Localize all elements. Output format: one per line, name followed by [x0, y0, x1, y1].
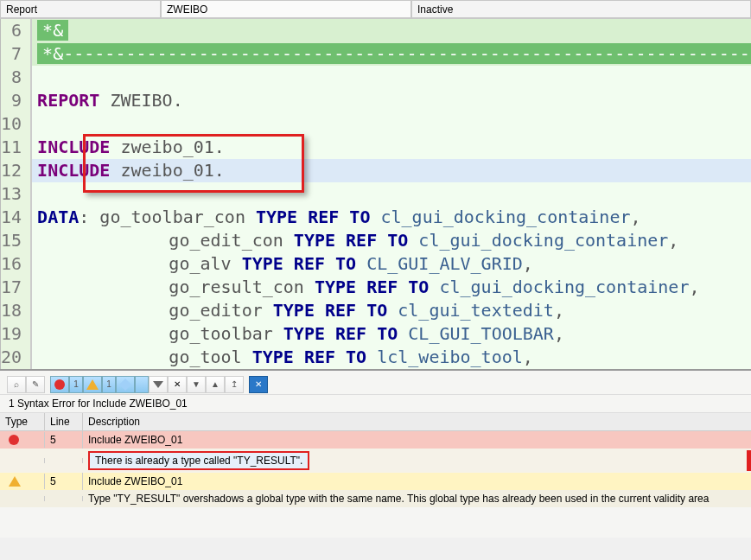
- problems-summary: 1 Syntax Error for Include ZWEIBO_01: [0, 395, 751, 413]
- info-count-spacer: [135, 376, 149, 393]
- error-group-header[interactable]: 5Include ZWEIBO_01: [0, 431, 751, 449]
- class-ref: cl_gui_docking_container: [380, 207, 630, 227]
- error-count: 1: [69, 376, 83, 393]
- line-number: 11: [1, 136, 22, 159]
- keyword-typeref: TYPE REF TO: [283, 323, 398, 344]
- line-number: 18: [1, 299, 22, 322]
- class-ref: lcl_weibo_tool: [377, 347, 523, 367]
- line-number: 15: [1, 229, 22, 252]
- keyword-data: DATA: [37, 207, 79, 227]
- keyword-typeref: TYPE REF TO: [315, 277, 429, 297]
- warn-group-desc: Include ZWEIBO_01: [83, 473, 751, 490]
- line-number: 6: [1, 19, 22, 42]
- error-icon: [54, 379, 65, 390]
- code-line[interactable]: [32, 112, 751, 136]
- next-up-button[interactable]: ▲: [206, 376, 225, 393]
- clear-filter-button[interactable]: ✕: [168, 376, 187, 393]
- line-number-gutter: 67891011121314151617181920: [1, 19, 31, 369]
- info-filter-button[interactable]: [116, 376, 135, 393]
- warn-filter-button[interactable]: [83, 376, 102, 393]
- line-number: 12: [1, 159, 22, 182]
- line-number: 7: [1, 42, 22, 66]
- keyword-typeref: TYPE REF TO: [256, 207, 370, 227]
- keyword-typeref: TYPE REF TO: [294, 230, 408, 251]
- identifier: go_editor: [169, 300, 262, 321]
- problems-toolbar: ⌕ ✎ 1 1 ✕ ▼ ▲ ↥ ✕: [0, 374, 751, 395]
- problems-panel: ⌕ ✎ 1 1 ✕ ▼ ▲ ↥ ✕ 1 Syntax Error for Inc…: [0, 369, 751, 538]
- code-line[interactable]: [32, 182, 751, 206]
- goto-button[interactable]: ↥: [225, 376, 244, 393]
- code-line[interactable]: INCLUDE zweibo_01.: [32, 136, 751, 159]
- line-number: 10: [1, 112, 22, 136]
- filter-button[interactable]: [149, 376, 168, 393]
- code-line[interactable]: go_editor TYPE REF TO cl_gui_textedit,: [32, 299, 751, 322]
- header-bar: Report ZWEIBO Inactive: [0, 0, 751, 19]
- code-line[interactable]: [32, 66, 751, 89]
- code-line[interactable]: REPORT ZWEIBO.: [32, 89, 751, 112]
- info-icon: [119, 378, 131, 390]
- code-line[interactable]: go_toolbar TYPE REF TO CL_GUI_TOOLBAR,: [32, 322, 751, 346]
- code-line[interactable]: *&--------------------------------------…: [32, 42, 751, 66]
- error-marker: [0, 432, 45, 448]
- warning-group-header[interactable]: 5Include ZWEIBO_01: [0, 473, 751, 490]
- warning-icon: [9, 476, 21, 487]
- identifier: zweibo_01: [120, 137, 213, 157]
- keyword-include: INCLUDE: [37, 137, 110, 157]
- col-desc-header[interactable]: Description: [83, 413, 751, 430]
- class-ref: CL_GUI_TOOLBAR: [408, 323, 554, 344]
- line-number: 20: [1, 346, 22, 369]
- identifier: go_toolbar: [169, 323, 272, 344]
- identifier: go_tool: [169, 347, 241, 367]
- code-editor[interactable]: 67891011121314151617181920 *&*&---------…: [0, 19, 751, 369]
- class-ref: cl_gui_docking_container: [418, 230, 668, 251]
- code-line[interactable]: go_edit_con TYPE REF TO cl_gui_docking_c…: [32, 229, 751, 252]
- object-type-label: Report: [0, 0, 161, 18]
- error-filter-button[interactable]: [50, 376, 69, 393]
- close-button[interactable]: ✕: [249, 376, 268, 393]
- keyword-include: INCLUDE: [37, 160, 110, 181]
- find-button[interactable]: ⌕: [7, 376, 26, 393]
- keyword-typeref: TYPE REF TO: [273, 300, 387, 321]
- object-name-field[interactable]: ZWEIBO: [161, 0, 411, 18]
- warning-message-row[interactable]: Type "TY_RESULT" overshadows a global ty…: [0, 490, 751, 507]
- edit-button[interactable]: ✎: [26, 376, 45, 393]
- warning-icon: [86, 379, 99, 390]
- error-message-row[interactable]: There is already a type called "TY_RESUL…: [0, 449, 751, 473]
- filter-icon: [153, 381, 163, 388]
- class-ref: cl_gui_docking_container: [439, 277, 689, 297]
- class-ref: cl_gui_textedit: [398, 300, 554, 321]
- code-line[interactable]: *&: [32, 19, 751, 42]
- col-type-header[interactable]: Type: [0, 413, 45, 430]
- line-number: 14: [1, 206, 22, 229]
- class-ref: CL_GUI_ALV_GRID: [366, 253, 523, 274]
- next-down-button[interactable]: ▼: [187, 376, 206, 393]
- comment-text: *&: [37, 20, 68, 41]
- warning-message-text: Type "TY_RESULT" overshadows a global ty…: [83, 490, 751, 507]
- error-line-no: 5: [45, 431, 83, 449]
- problems-grid-header: Type Line Description: [0, 413, 751, 431]
- identifier: go_toolbar_con: [99, 207, 245, 227]
- line-number: 9: [1, 89, 22, 112]
- line-number: 19: [1, 322, 22, 346]
- code-line[interactable]: DATA: go_toolbar_con TYPE REF TO cl_gui_…: [32, 206, 751, 229]
- col-line-header[interactable]: Line: [45, 413, 83, 430]
- line-number: 17: [1, 276, 22, 299]
- error-group-desc: Include ZWEIBO_01: [83, 431, 751, 449]
- code-body[interactable]: *&*&------------------------------------…: [32, 19, 751, 369]
- warn-marker: [0, 474, 45, 489]
- error-message-text: There is already a type called "TY_RESUL…: [88, 451, 309, 470]
- identifier: ZWEIBO: [110, 90, 172, 111]
- code-line[interactable]: go_tool TYPE REF TO lcl_weibo_tool,: [32, 346, 751, 369]
- code-line[interactable]: INCLUDE zweibo_01.: [32, 159, 751, 182]
- warn-count: 1: [102, 376, 116, 393]
- identifier: go_result_con: [169, 277, 304, 297]
- code-line[interactable]: go_result_con TYPE REF TO cl_gui_docking…: [32, 276, 751, 299]
- identifier: go_alv: [169, 253, 231, 274]
- code-line[interactable]: go_alv TYPE REF TO CL_GUI_ALV_GRID,: [32, 252, 751, 276]
- error-icon: [9, 435, 19, 445]
- line-number: 13: [1, 182, 22, 206]
- identifier: zweibo_01: [120, 160, 213, 181]
- keyword-typeref: TYPE REF TO: [242, 253, 356, 274]
- warn-line-no: 5: [45, 473, 83, 490]
- keyword-report: REPORT: [37, 90, 99, 111]
